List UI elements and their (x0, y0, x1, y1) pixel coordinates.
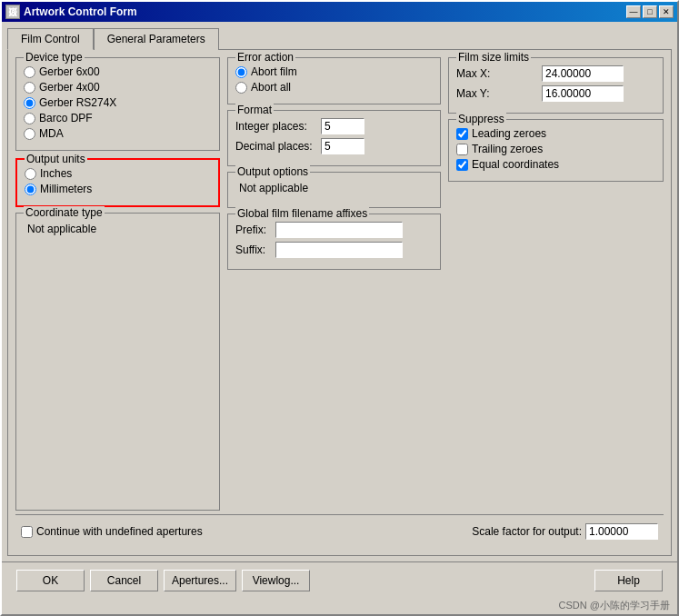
error-action-group: Error action Abort film Abort all (227, 57, 441, 104)
error-abort-film[interactable]: Abort film (235, 65, 433, 78)
film-size-group: Film size limits Max X: Max Y: (448, 57, 664, 114)
error-abort-all[interactable]: Abort all (235, 81, 433, 94)
continue-label: Continue with undefined apertures (36, 525, 203, 538)
film-size-label: Film size limits (456, 51, 531, 64)
window-title: Artwork Control Form (24, 5, 137, 18)
label-mda: MDA (39, 127, 64, 140)
minimize-button[interactable]: — (626, 5, 641, 18)
coordinate-type-text: Not applicable (24, 223, 212, 235)
label-millimeters: Millimeters (40, 183, 92, 195)
apertures-button[interactable]: Apertures... (164, 570, 236, 591)
label-leading-zeroes: Leading zeroes (472, 127, 546, 140)
radio-gerber4x00[interactable] (24, 82, 35, 94)
radio-gerberrs274x[interactable] (24, 97, 35, 109)
help-button[interactable]: Help (594, 570, 663, 591)
suppress-label: Suppress (456, 113, 506, 125)
device-barcodpf[interactable]: Barco DPF (24, 112, 212, 124)
label-inches: Inches (40, 167, 72, 180)
global-filename-label: Global film filename affixes (235, 207, 369, 220)
max-y-label: Max Y: (456, 87, 538, 100)
coordinate-type-content: Not applicable (24, 223, 212, 235)
label-abort-all: Abort all (251, 81, 291, 94)
radio-inches[interactable] (25, 168, 36, 180)
output-units-group: Output units Inches Millimeters (15, 158, 220, 207)
output-options-group: Output options Not applicable (227, 172, 441, 208)
decimal-places-row: Decimal places: (235, 138, 433, 154)
radio-abort-film[interactable] (235, 66, 247, 78)
suppress-trailing[interactable]: Trailing zeroes (456, 143, 655, 155)
decimal-places-label: Decimal places: (235, 140, 317, 153)
radio-gerber6x00[interactable] (24, 66, 35, 78)
output-options-content: Not applicable (235, 182, 433, 194)
max-x-row: Max X: (456, 65, 655, 82)
label-abort-film: Abort film (251, 65, 297, 78)
tabs: Film Control General Parameters (7, 27, 672, 49)
format-content: Integer places: Decimal places: (235, 118, 433, 154)
app-icon: 🖼 (5, 5, 20, 19)
integer-places-input[interactable] (321, 118, 364, 134)
error-action-options: Abort film Abort all (235, 65, 433, 94)
max-x-input[interactable] (542, 65, 624, 82)
right-panel: Film size limits Max X: Max Y: (448, 57, 664, 511)
radio-abort-all[interactable] (235, 82, 247, 94)
device-gerberrs274x[interactable]: Gerber RS274X (24, 96, 212, 109)
device-type-group: Device type Gerber 6x00 Gerber 4x00 (15, 57, 220, 151)
suppress-leading[interactable]: Leading zeroes (456, 127, 655, 140)
main-window: 🖼 Artwork Control Form — □ ✕ Film Contro… (0, 0, 679, 616)
label-barcodpf: Barco DPF (39, 112, 93, 124)
radio-millimeters[interactable] (25, 184, 36, 195)
label-trailing-zeroes: Trailing zeroes (472, 143, 543, 155)
ok-button[interactable]: OK (16, 570, 85, 591)
checkbox-continue[interactable] (21, 526, 33, 538)
device-type-label: Device type (24, 51, 85, 64)
unit-inches[interactable]: Inches (25, 167, 211, 180)
output-units-options: Inches Millimeters (25, 167, 211, 195)
device-gerber4x00[interactable]: Gerber 4x00 (24, 81, 212, 94)
tab-film-control[interactable]: Film Control (7, 28, 94, 50)
scale-input[interactable] (585, 523, 658, 540)
suppress-group: Suppress Leading zeroes Trailing zeroes (448, 119, 664, 182)
max-x-label: Max X: (456, 67, 538, 80)
device-gerber6x00[interactable]: Gerber 6x00 (24, 65, 212, 78)
film-size-content: Max X: Max Y: (456, 65, 655, 102)
prefix-input[interactable] (275, 222, 403, 238)
coordinate-type-label: Coordinate type (24, 206, 105, 219)
suffix-row: Suffix: (235, 242, 433, 258)
tab-general-parameters[interactable]: General Parameters (94, 28, 219, 50)
coordinate-type-group: Coordinate type Not applicable (15, 213, 220, 511)
checkbox-equal-coordinates[interactable] (456, 159, 468, 171)
radio-barcodpf[interactable] (24, 113, 35, 124)
cancel-button[interactable]: Cancel (90, 570, 158, 591)
format-label: Format (235, 104, 274, 116)
close-button[interactable]: ✕ (659, 5, 674, 18)
watermark: CSDN @小陈的学习手册 (2, 599, 677, 614)
decimal-places-input[interactable] (321, 138, 364, 154)
title-bar-left: 🖼 Artwork Control Form (5, 5, 137, 19)
format-group: Format Integer places: Decimal places: (227, 110, 441, 166)
suppress-content: Leading zeroes Trailing zeroes Equal coo… (456, 127, 655, 171)
viewlog-button[interactable]: Viewlog... (242, 570, 310, 591)
title-bar: 🖼 Artwork Control Form — □ ✕ (2, 2, 677, 22)
scale-area: Scale factor for output: (472, 523, 658, 540)
checkbox-leading-zeroes[interactable] (456, 128, 468, 140)
suffix-input[interactable] (275, 242, 403, 258)
label-gerber6x00: Gerber 6x00 (39, 65, 100, 78)
error-action-label: Error action (235, 51, 295, 64)
max-y-input[interactable] (542, 85, 624, 102)
radio-mda[interactable] (24, 128, 35, 140)
tab-content: Device type Gerber 6x00 Gerber 4x00 (7, 49, 672, 556)
device-mda[interactable]: MDA (24, 127, 212, 140)
maximize-button[interactable]: □ (643, 5, 657, 18)
suppress-equal[interactable]: Equal coordinates (456, 158, 655, 171)
max-y-row: Max Y: (456, 85, 655, 102)
suffix-label: Suffix: (235, 243, 272, 256)
checkbox-trailing-zeroes[interactable] (456, 144, 468, 155)
bottom-options: Continue with undefined apertures Scale … (15, 514, 664, 548)
unit-millimeters[interactable]: Millimeters (25, 183, 211, 195)
continue-undefined[interactable]: Continue with undefined apertures (21, 525, 203, 538)
label-gerberrs274x: Gerber RS274X (39, 96, 116, 109)
scale-label: Scale factor for output: (472, 525, 582, 538)
title-controls: — □ ✕ (626, 5, 674, 18)
global-filename-content: Prefix: Suffix: (235, 222, 433, 258)
output-units-label: Output units (25, 153, 87, 165)
